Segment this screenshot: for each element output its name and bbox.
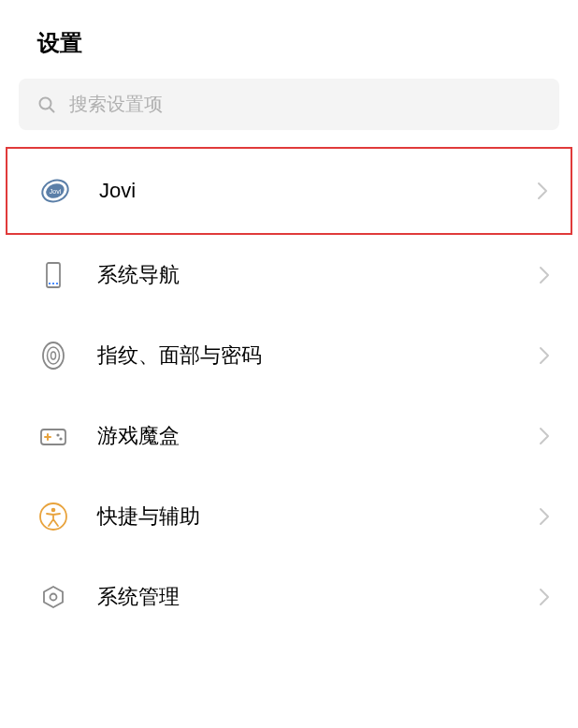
search-icon (37, 95, 56, 114)
item-label: 指纹、面部与密码 (97, 342, 511, 370)
item-label: 系统导航 (97, 261, 511, 289)
svg-point-8 (48, 347, 60, 364)
chevron-right-icon (537, 182, 548, 200)
svg-point-13 (56, 433, 59, 436)
list-item-accessibility[interactable]: 快捷与辅助 (0, 476, 578, 557)
gamepad-icon (37, 420, 69, 452)
svg-point-9 (51, 352, 56, 359)
svg-marker-17 (44, 587, 63, 607)
svg-text:Jovi: Jovi (50, 188, 62, 195)
chevron-right-icon (539, 346, 550, 365)
search-placeholder: 搜索设置项 (69, 92, 163, 117)
svg-line-1 (50, 108, 53, 111)
item-label: 游戏魔盒 (97, 422, 511, 450)
chevron-right-icon (539, 507, 550, 526)
svg-point-14 (59, 437, 62, 440)
settings-list: Jovi Jovi 系统导航 指纹、面部与密码 (0, 147, 578, 637)
list-item-system-management[interactable]: 系统管理 (0, 557, 578, 637)
search-input[interactable]: 搜索设置项 (19, 79, 559, 130)
chevron-right-icon (539, 266, 550, 284)
chevron-right-icon (539, 427, 550, 445)
list-item-biometrics[interactable]: 指纹、面部与密码 (0, 315, 578, 396)
phone-icon (37, 259, 69, 291)
page-title: 设置 (0, 0, 578, 79)
gear-icon (37, 581, 69, 613)
chevron-right-icon (539, 588, 550, 606)
item-label: Jovi (99, 179, 509, 203)
list-item-jovi[interactable]: Jovi Jovi (6, 147, 572, 235)
accessibility-icon (37, 501, 69, 532)
svg-point-7 (43, 342, 64, 369)
list-item-navigation[interactable]: 系统导航 (0, 235, 578, 315)
item-label: 快捷与辅助 (97, 502, 511, 531)
svg-point-18 (51, 594, 57, 601)
list-item-game-box[interactable]: 游戏魔盒 (0, 396, 578, 476)
jovi-icon: Jovi (39, 175, 71, 207)
svg-point-16 (51, 508, 56, 513)
item-label: 系统管理 (97, 583, 511, 611)
fingerprint-icon (37, 340, 69, 371)
